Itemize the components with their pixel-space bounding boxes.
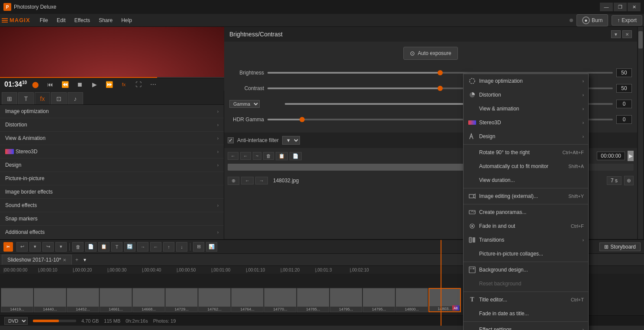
tab-grid[interactable]: ⊞ xyxy=(2,92,17,104)
cm-distortion[interactable]: Distortion › xyxy=(464,88,588,102)
tab-fx[interactable]: fx xyxy=(35,92,50,104)
tab-add[interactable]: + xyxy=(72,255,82,265)
fullscreen-button[interactable]: ⛶ xyxy=(132,78,145,91)
menu-share[interactable]: Share xyxy=(94,16,117,25)
stop-button[interactable]: ⏹ xyxy=(74,78,86,91)
menu-effects[interactable]: Effects xyxy=(70,16,94,25)
effect-additional[interactable]: Additional effects › xyxy=(0,226,224,239)
effect-sound[interactable]: Sound effects › xyxy=(0,199,224,212)
cm-rotate90[interactable]: Rotate 90° to the right Ctrl+Alt+F xyxy=(464,146,588,159)
menu-file[interactable]: File xyxy=(35,16,52,25)
bc-close-button[interactable]: ✕ xyxy=(622,30,632,38)
effect-design[interactable]: Design › xyxy=(0,159,224,172)
tc-trash[interactable]: 🗑 xyxy=(263,152,274,160)
menu-help[interactable]: Help xyxy=(117,16,136,25)
menu-edit[interactable]: Edit xyxy=(52,16,70,25)
arrow-down-button[interactable]: ↓ xyxy=(176,242,187,252)
fx-button[interactable]: fx xyxy=(118,78,130,91)
cm-view-animation[interactable]: View & animation › xyxy=(464,102,588,116)
effect-border[interactable]: Image border effects xyxy=(0,185,224,199)
nav-left[interactable]: ← xyxy=(241,177,254,184)
thumb-14770[interactable]: 14770... xyxy=(264,288,296,312)
tc-wave[interactable]: ~ xyxy=(253,152,261,160)
brightness-value[interactable] xyxy=(616,68,632,77)
tab-text[interactable]: T xyxy=(18,92,34,104)
gamma-value[interactable] xyxy=(616,100,632,108)
copy-button[interactable]: 📋 xyxy=(98,242,109,252)
effect-stereo3d[interactable]: Stereo3D › xyxy=(0,145,224,159)
thumb-147956b[interactable]: 14795... xyxy=(363,288,395,312)
next-frame-button[interactable]: ⏩ xyxy=(103,78,115,91)
tc-arrow-left[interactable]: ← xyxy=(228,152,238,160)
cm-image-optimization[interactable]: Image optimization › xyxy=(464,74,588,88)
maximize-button[interactable]: ❐ xyxy=(614,3,627,11)
chart-button[interactable]: 📊 xyxy=(206,242,217,252)
nav-right[interactable]: → xyxy=(255,177,268,184)
tc-paste[interactable]: 📄 xyxy=(290,152,302,160)
effect-pip[interactable]: Picture-in-picture xyxy=(0,172,224,185)
cm-panoramas[interactable]: Create panoramas... xyxy=(464,205,588,219)
skip-back-button[interactable]: ⏮ xyxy=(44,78,56,91)
antilace-checkbox[interactable]: ✓ xyxy=(228,137,234,143)
thumb-14785[interactable]: 14785... xyxy=(297,288,329,312)
burn-button[interactable]: ● Burn xyxy=(576,14,608,26)
cm-transitions[interactable]: Transitions › xyxy=(464,233,588,247)
effect-snap[interactable]: Snap markers xyxy=(0,212,224,226)
undo-dropdown[interactable]: ▾ xyxy=(29,242,41,252)
right-scrollbar[interactable] xyxy=(637,27,644,239)
format-select[interactable]: DVD xyxy=(4,317,28,325)
thumb-14803-active[interactable]: AB 14803... xyxy=(428,288,461,312)
tab-music[interactable]: ♪ xyxy=(68,92,83,104)
more-button[interactable]: ⋯ xyxy=(147,78,159,91)
record-button[interactable]: ⬤ xyxy=(29,78,42,91)
cm-effectsettings[interactable]: Effect settings › xyxy=(464,323,588,330)
contrast-value[interactable] xyxy=(616,84,632,93)
close-button[interactable]: ✕ xyxy=(628,3,641,11)
cm-titleeditor[interactable]: T Title editor... Ctrl+T xyxy=(464,293,588,307)
text-button[interactable]: T xyxy=(111,242,122,252)
cm-stereo3d[interactable]: Stereo3D › xyxy=(464,116,588,129)
minimize-button[interactable]: — xyxy=(600,3,613,11)
cm-imageediting[interactable]: Image editing (external)... Shift+Y xyxy=(464,189,588,203)
thumb-14762[interactable]: 14762... xyxy=(198,288,231,312)
thumb-14764[interactable]: 14764... xyxy=(231,288,264,312)
nav-expand[interactable]: ⊕ xyxy=(228,177,239,185)
cm-bgdesign[interactable]: Background design... xyxy=(464,263,588,277)
export-button[interactable]: ↑ Export xyxy=(612,15,642,26)
cm-fadeinout[interactable]: Fade in and out Ctrl+F xyxy=(464,219,588,233)
cm-design[interactable]: Design › xyxy=(464,129,588,143)
tab-dropdown[interactable]: ▾ xyxy=(84,257,86,263)
thumb-147956[interactable]: 14795... xyxy=(330,288,362,312)
tab-crop[interactable]: ⊡ xyxy=(51,92,67,104)
thumb-14419[interactable]: 14419... xyxy=(1,288,33,312)
rotate-button[interactable]: 🔄 xyxy=(124,242,135,252)
cm-viewduration[interactable]: View duration... xyxy=(464,173,588,187)
effect-distortion[interactable]: Distortion › xyxy=(0,118,224,132)
storyboard-button[interactable]: ⊞ Storyboard xyxy=(599,243,641,251)
thumb-14729[interactable]: 14729... xyxy=(165,288,198,312)
grid-button[interactable]: ⊞ xyxy=(193,242,204,252)
filter-dropdown[interactable]: ▼ xyxy=(282,136,300,145)
auto-exposure-button[interactable]: ⊙ Auto exposure xyxy=(403,47,457,60)
thumb-14661[interactable]: 14661... xyxy=(100,288,132,312)
tc-copy[interactable]: 📋 xyxy=(276,152,288,160)
tc-arrow-left2[interactable]: ← xyxy=(240,152,251,160)
gamma-dropdown[interactable]: Gamma xyxy=(229,100,260,108)
duration-expand[interactable]: ⊕ xyxy=(624,176,634,185)
hdr-value[interactable] xyxy=(616,115,632,124)
play-button[interactable]: ▶ xyxy=(88,78,100,91)
redo-dropdown[interactable]: ▾ xyxy=(55,242,67,252)
effect-image-optimization[interactable]: Image optimization › xyxy=(0,105,224,118)
thumb-14668[interactable]: 14668... xyxy=(132,288,165,312)
cm-pipcollages[interactable]: Picture-in-picture collages... xyxy=(464,247,588,261)
thumb-14452[interactable]: 14452... xyxy=(67,288,99,312)
prev-frame-button[interactable]: ⏪ xyxy=(59,78,71,91)
arrow-left-button[interactable]: ← xyxy=(150,242,161,252)
thumb-14800[interactable]: 14800... xyxy=(396,288,428,312)
effect-view-animation[interactable]: View & Animation › xyxy=(0,132,224,145)
thumb-14440[interactable]: 14440... xyxy=(34,288,66,312)
cm-autocut[interactable]: Automatically cut to fit monitor Shift+A xyxy=(464,159,588,173)
redo-button[interactable]: ↪ xyxy=(42,242,54,252)
arrow-right-button[interactable]: → xyxy=(137,242,148,252)
bc-collapse-button[interactable]: ▼ xyxy=(611,30,621,38)
